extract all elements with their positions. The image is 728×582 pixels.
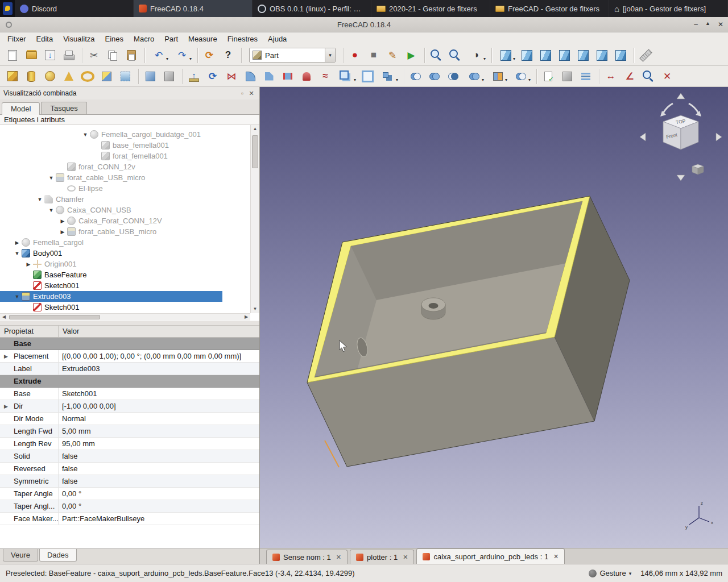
open-document-icon[interactable] (23, 47, 40, 63)
tree-expander-icon[interactable]: ▼ (47, 175, 56, 181)
document-tab-sense-nom-1[interactable]: Sense nom : 1✕ (266, 550, 348, 564)
property-value[interactable]: false (59, 475, 259, 487)
property-expander-icon[interactable]: ▶ (4, 404, 8, 409)
property-row-base[interactable]: BaseSketch001 (0, 388, 259, 400)
close-tab-icon[interactable]: ✕ (553, 553, 559, 560)
view-left-icon[interactable] (612, 47, 629, 63)
revolve-icon[interactable]: ⟳ (204, 68, 221, 84)
zoom-fit-all-icon[interactable] (428, 47, 445, 63)
whats-this-icon[interactable]: ? (220, 47, 237, 63)
close-tab-icon[interactable]: ✕ (403, 554, 408, 561)
zoom-selection-icon[interactable] (446, 47, 464, 63)
measure-refresh-icon[interactable] (640, 68, 657, 84)
boolean-intersection-icon[interactable] (445, 68, 462, 84)
draw-style-icon[interactable]: ◑▾ (465, 47, 487, 63)
menu-ajuda[interactable]: Ajuda (263, 34, 292, 44)
tree-item-el-lipse[interactable]: El·lipse (0, 183, 250, 194)
split-features-icon[interactable]: ▾ (487, 68, 508, 84)
property-row-solid[interactable]: Solidfalse (0, 450, 259, 463)
property-row-dir-mode[interactable]: Dir ModeNormal (0, 413, 259, 425)
check-geometry-icon[interactable] (540, 68, 557, 84)
float-panel-icon[interactable]: ▫ (238, 90, 247, 97)
scroll-down-icon[interactable]: ▼ (251, 305, 259, 313)
view-right-icon[interactable] (556, 47, 573, 63)
property-group-extrude[interactable]: Extrude (0, 375, 259, 388)
nav-style-selector[interactable]: Gesture ▾ (589, 569, 631, 577)
tree-expander-icon[interactable]: ▶ (13, 240, 22, 246)
refresh-icon[interactable]: ⟳ (201, 47, 218, 63)
measure-angular-icon[interactable]: ∠ (621, 68, 638, 84)
tree-expander-icon[interactable]: ▼ (47, 207, 56, 213)
tree-item-chamfer[interactable]: ▼Chamfer (0, 194, 250, 205)
property-value[interactable]: false (59, 450, 259, 462)
tree-item-femella-cargol[interactable]: ▶Femella_cargol (0, 237, 250, 248)
print-icon[interactable] (60, 47, 77, 63)
shape-builder-icon[interactable] (117, 68, 134, 84)
macro-edit-icon[interactable]: ✎ (384, 47, 401, 63)
menu-measure[interactable]: Measure (183, 34, 222, 44)
titlebar[interactable]: FreeCAD 0.18.4 – ▲ ✕ (0, 17, 728, 32)
property-row-length-fwd[interactable]: Length Fwd5,00 mm (0, 425, 259, 438)
cylinder-boss[interactable] (421, 298, 445, 319)
property-row-label[interactable]: LabelExtrude003 (0, 363, 259, 375)
chamfer-icon[interactable] (260, 68, 278, 84)
part-sphere-icon[interactable] (42, 68, 59, 84)
cross-sections-icon[interactable] (577, 68, 594, 84)
workbench-selector[interactable]: Part▾ (249, 48, 336, 63)
property-row-placement[interactable]: ▶Placement[(0,00 0,00 1,00); 0,00 °; (0,… (0, 350, 259, 363)
tree-item-extrude003[interactable]: ▼Extrude003 (0, 291, 222, 302)
property-value[interactable]: Part::FaceMakerBullseye (59, 513, 259, 525)
taskbar-item-jo0an-gestor-de-fitxers[interactable]: ⌂[jo0an - Gestor de fitxers] (609, 0, 728, 17)
boolean-union-icon[interactable] (426, 68, 443, 84)
measure-linear-icon[interactable]: ↔ (602, 68, 619, 84)
thickness-icon[interactable] (359, 68, 376, 84)
property-value[interactable]: Sketch001 (59, 388, 259, 400)
scroll-up-icon[interactable]: ▲ (251, 125, 259, 133)
property-row-taper-angle[interactable]: Taper Angle0,00 ° (0, 488, 259, 500)
tree-item-caixa-forat-conn-12v[interactable]: ▶Caixa_Forat_CONN_12V (0, 215, 250, 226)
tree-expander-icon[interactable]: ▼ (81, 132, 90, 138)
document-tab-plotter-1[interactable]: plotter : 1✕ (350, 550, 414, 564)
property-row-dir[interactable]: ▶Dir[-1,00 0,00 0,00] (0, 400, 259, 413)
property-value[interactable]: Normal (59, 413, 259, 425)
taskbar-launcher[interactable] (0, 0, 15, 17)
tree-expander-icon[interactable]: ▼ (13, 251, 22, 256)
extrude-icon[interactable] (185, 68, 202, 84)
3d-viewport[interactable]: TOP Front z x y (260, 87, 728, 548)
document-tab-caixa-suport-arduino-pcb-leds-1[interactable]: caixa_suport_arduino_pcb_leds : 1✕ (416, 548, 565, 564)
property-value[interactable]: [-1,00 0,00 0,00] (59, 400, 259, 412)
property-row-face-maker[interactable]: Face Maker...Part::FaceMakerBullseye (0, 513, 259, 525)
sweep-icon[interactable]: ≈ (317, 68, 334, 84)
view-top-icon[interactable] (537, 47, 554, 63)
loft-icon[interactable] (298, 68, 315, 84)
tree-item-base-femella001[interactable]: base_femella001 (0, 140, 250, 151)
tab-veure[interactable]: Veure (3, 549, 38, 562)
property-value[interactable]: Extrude003 (59, 363, 259, 375)
view-isometric-icon[interactable]: ▾ (495, 47, 516, 63)
property-value[interactable]: 0,00 ° (59, 488, 259, 500)
undo-icon[interactable]: ↶▾ (148, 47, 169, 63)
macro-stop-icon[interactable]: ■ (365, 47, 382, 63)
tree-item-forat-cable-usb-micro[interactable]: ▶forat_cable_USB_micro (0, 226, 250, 237)
close-panel-icon[interactable]: ✕ (247, 90, 256, 97)
tab-model[interactable]: Model (2, 102, 40, 115)
taskbar-item-obs-0-0-1-linux-perfil-sens[interactable]: OBS 0.0.1 (linux) - Perfil: Sens... (253, 0, 371, 17)
macro-play-icon[interactable]: ▶ (403, 47, 420, 63)
join-features-icon[interactable]: ▾ (464, 68, 485, 84)
part-cylinder-icon[interactable] (23, 68, 40, 84)
tree-item-femella-cargol-buidatge-001[interactable]: ▼Femella_cargol_buidatge_001 (0, 129, 250, 140)
part-primitives-icon[interactable] (98, 68, 115, 84)
defeaturing-icon[interactable] (559, 68, 576, 84)
scrollbar-thumb[interactable] (9, 315, 100, 319)
paste-icon[interactable] (123, 47, 140, 63)
close-button[interactable]: ✕ (718, 20, 723, 28)
macro-record-icon[interactable]: ● (346, 47, 363, 63)
refine-shape-icon[interactable] (160, 68, 177, 84)
tree-item-basefeature[interactable]: BaseFeature (0, 269, 250, 280)
boolean-operation-icon[interactable]: ▾ (510, 68, 532, 84)
new-document-icon[interactable] (4, 47, 21, 63)
property-expander-icon[interactable]: ▶ (4, 354, 8, 359)
tree-item-forat-cable-usb-micro[interactable]: ▼forat_cable_USB_micro (0, 172, 250, 183)
tree-item-body001[interactable]: ▼Body001 (0, 248, 250, 259)
property-row-symmetric[interactable]: Symmetricfalse (0, 475, 259, 488)
